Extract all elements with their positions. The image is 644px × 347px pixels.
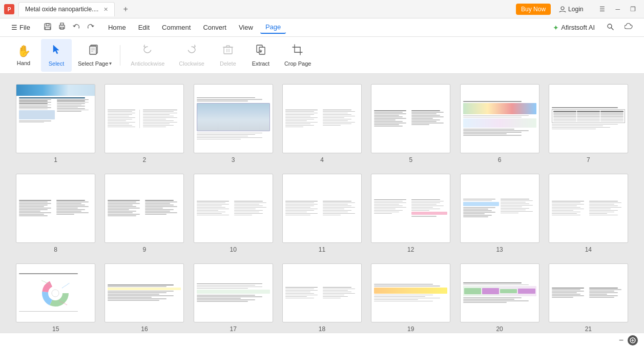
menu-home[interactable]: Home	[103, 22, 131, 33]
menu-edit[interactable]: Edit	[133, 22, 155, 33]
clockwise-icon	[186, 44, 197, 58]
clockwise-button[interactable]: Clockwise	[173, 39, 211, 72]
page-thumb-4[interactable]	[282, 84, 362, 153]
list-item: 4	[282, 84, 362, 164]
buy-now-button[interactable]: Buy Now	[516, 4, 551, 15]
page-thumb-16[interactable]	[105, 263, 184, 322]
minimize-button[interactable]: ─	[611, 4, 624, 15]
page-number-3: 3	[232, 156, 235, 164]
login-label: Login	[568, 6, 583, 13]
undo-button[interactable]	[70, 21, 82, 34]
document-tab[interactable]: Metal oxide nanoparticle.... ✕	[18, 2, 115, 16]
menu-button[interactable]: ☰	[595, 4, 609, 15]
page-thumb-15[interactable]	[16, 263, 95, 322]
list-item: 18	[282, 263, 362, 333]
delete-button[interactable]: Delete	[213, 39, 243, 72]
pages-grid: 1	[15, 84, 629, 333]
svg-line-10	[611, 28, 613, 30]
login-button[interactable]: Login	[555, 4, 587, 15]
anticlockwise-button[interactable]: Anticlockwise	[124, 39, 171, 72]
select-page-icon	[89, 44, 100, 58]
page-thumb-11[interactable]	[282, 174, 362, 243]
page-number-18: 18	[319, 325, 325, 333]
new-tab-button[interactable]: +	[119, 3, 132, 16]
list-item: 5	[370, 84, 451, 164]
select-tool-button[interactable]: Select	[41, 39, 72, 72]
page-thumb-19[interactable]	[371, 263, 450, 322]
svg-rect-4	[46, 24, 49, 26]
page-thumb-20[interactable]	[460, 263, 539, 322]
extract-icon	[255, 44, 266, 58]
page-thumb-2[interactable]	[105, 84, 184, 153]
redo-button[interactable]	[85, 21, 97, 34]
anticlockwise-label: Anticlockwise	[131, 60, 164, 67]
extract-button[interactable]: Extract	[245, 39, 276, 72]
page-thumb-8[interactable]	[16, 174, 95, 243]
svg-rect-12	[90, 46, 96, 54]
save-button[interactable]	[41, 21, 54, 34]
window-controls: ☰ ─ ❐	[595, 4, 640, 15]
afirstsoft-ai-button[interactable]: ✦ Afirstsoft AI	[548, 22, 600, 34]
tab-close-icon[interactable]: ✕	[103, 6, 108, 13]
menu-convert[interactable]: Convert	[198, 22, 232, 33]
svg-rect-3	[45, 24, 51, 30]
zoom-out-button[interactable]: −	[619, 336, 624, 345]
list-item: 11	[282, 174, 362, 253]
select-page-tool-button[interactable]: Select Page ▾	[74, 39, 116, 72]
menu-page[interactable]: Page	[260, 21, 286, 34]
list-item: 12	[370, 174, 451, 253]
page-thumb-10[interactable]	[194, 174, 273, 243]
page-thumb-14[interactable]	[549, 174, 628, 243]
page-grid-area: 1	[0, 74, 644, 347]
list-item: 6	[459, 84, 539, 164]
page-thumb-18[interactable]	[282, 263, 362, 322]
page-thumb-6[interactable]	[460, 84, 539, 153]
list-item: 3	[193, 84, 274, 164]
zoom-indicator	[628, 335, 638, 345]
page-number-6: 6	[498, 156, 502, 164]
crop-icon	[292, 44, 303, 58]
page-thumb-7[interactable]	[549, 84, 628, 153]
page-number-16: 16	[141, 325, 148, 333]
list-item: 10	[193, 174, 274, 253]
page-thumb-21[interactable]	[549, 263, 628, 322]
afirstsoft-label: Afirstsoft AI	[561, 24, 595, 31]
titlebar: P Metal oxide nanoparticle.... ✕ + Buy N…	[0, 0, 644, 18]
menu-comment[interactable]: Comment	[157, 22, 196, 33]
hand-icon: ✋	[17, 45, 31, 58]
cursor-icon	[51, 44, 62, 58]
page-number-7: 7	[587, 156, 590, 164]
page-thumb-13[interactable]	[460, 174, 539, 243]
menu-view[interactable]: View	[234, 22, 258, 33]
page-number-4: 4	[320, 156, 324, 164]
select-label: Select	[49, 60, 65, 67]
page-number-1: 1	[54, 156, 57, 164]
maximize-button[interactable]: ❐	[626, 4, 640, 15]
list-item: 16	[104, 263, 184, 333]
hand-label: Hand	[17, 60, 30, 66]
clockwise-label: Clockwise	[179, 60, 204, 67]
print-button[interactable]	[56, 21, 68, 34]
list-item: 13	[459, 174, 539, 253]
page-thumb-9[interactable]	[105, 174, 184, 243]
file-label: File	[19, 24, 30, 31]
save-icon	[44, 23, 52, 31]
list-item: 21	[548, 263, 629, 333]
page-number-13: 13	[496, 246, 503, 253]
page-number-20: 20	[496, 325, 503, 333]
menu-file[interactable]: ☰ File	[6, 22, 35, 33]
toolbar-actions	[37, 21, 101, 34]
search-button[interactable]	[602, 21, 618, 34]
page-thumb-12[interactable]	[371, 174, 450, 243]
page-thumb-17[interactable]	[194, 263, 273, 322]
page-thumb-3[interactable]	[194, 84, 273, 153]
page-number-10: 10	[230, 246, 237, 253]
svg-line-35	[62, 283, 70, 288]
page-thumb-1[interactable]	[16, 84, 95, 153]
page-thumb-5[interactable]	[371, 84, 450, 153]
svg-text:P: P	[8, 7, 11, 12]
crop-page-button[interactable]: Crop Page	[278, 39, 318, 72]
cloud-button[interactable]	[620, 21, 638, 34]
hand-tool-button[interactable]: ✋ Hand	[8, 39, 39, 72]
page-number-2: 2	[143, 156, 147, 164]
